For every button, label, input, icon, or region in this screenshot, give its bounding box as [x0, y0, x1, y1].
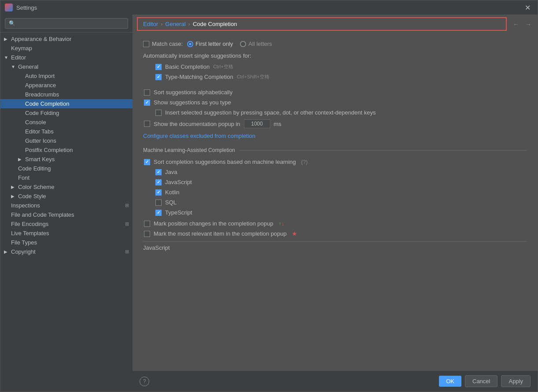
- mark-position-checkbox[interactable]: [144, 221, 150, 227]
- insert-selected-checkbox[interactable]: [155, 110, 162, 116]
- ml-sort-checkbox[interactable]: [144, 159, 150, 165]
- ml-javascript-checkbox[interactable]: [155, 179, 162, 185]
- arrow-icon: ▶: [11, 194, 18, 199]
- sidebar-item-console[interactable]: Console: [0, 118, 133, 127]
- sidebar-item-file-code-templates[interactable]: File and Code Templates: [0, 210, 133, 219]
- sidebar-item-code-editing[interactable]: Code Editing: [0, 164, 133, 173]
- sidebar-item-copyright[interactable]: ▶ Copyright ⊞: [0, 247, 133, 256]
- radio-all-letters[interactable]: [240, 41, 246, 47]
- nav-back-button[interactable]: ←: [511, 20, 521, 29]
- breadcrumb-current: Code Completion: [193, 21, 237, 27]
- radio-first-letter-label[interactable]: First letter only: [187, 41, 233, 47]
- ml-java-checkbox[interactable]: [155, 169, 162, 175]
- radio-first-letter[interactable]: [187, 41, 193, 47]
- search-input[interactable]: [5, 18, 128, 29]
- nav-forward-button[interactable]: →: [523, 20, 533, 29]
- sidebar-item-appearance[interactable]: Appearance: [0, 81, 133, 90]
- ok-button[interactable]: OK: [439, 376, 461, 387]
- sidebar-item-color-scheme[interactable]: ▶ Color Scheme: [0, 182, 133, 192]
- sidebar-item-label: Auto Import: [25, 73, 129, 79]
- sort-alpha-row: Sort suggestions alphabetically: [143, 89, 527, 96]
- bottom-bar: ? OK Cancel Apply: [133, 370, 538, 392]
- type-matching-checkbox[interactable]: [155, 74, 162, 80]
- sidebar-item-code-completion[interactable]: Code Completion: [0, 99, 133, 108]
- sidebar-item-postfix-completion[interactable]: Postfix Completion: [0, 145, 133, 155]
- ml-java-row: Java: [143, 169, 527, 175]
- sidebar-item-label: Appearance & Behavior: [11, 36, 129, 42]
- sidebar-item-editor-tabs[interactable]: Editor Tabs: [0, 127, 133, 136]
- insert-selected-label: Insert selected suggestion by pressing s…: [165, 109, 376, 116]
- sidebar-item-label: Font: [18, 174, 129, 181]
- match-case-checkbox-label[interactable]: Match case:: [143, 41, 183, 47]
- breadcrumb-general: General: [165, 21, 185, 27]
- main-content: ▶ Appearance & Behavior Keymap ▼ Editor …: [0, 15, 538, 392]
- type-matching-shortcut: Ctrl+Shift+空格: [237, 74, 269, 80]
- sidebar-item-code-style[interactable]: ▶ Code Style: [0, 192, 133, 201]
- help-button[interactable]: ?: [140, 377, 149, 386]
- cancel-button[interactable]: Cancel: [465, 375, 497, 387]
- sidebar-item-gutter-icons[interactable]: Gutter Icons: [0, 136, 133, 145]
- match-case-text: Match case:: [152, 41, 183, 47]
- show-doc-popup-label: Show the documentation popup in: [154, 121, 240, 127]
- arrow-icon: ▼: [4, 55, 11, 60]
- sidebar-item-keymap[interactable]: Keymap: [0, 44, 133, 53]
- sidebar-item-smart-keys[interactable]: ▶ Smart Keys: [0, 155, 133, 164]
- apply-button[interactable]: Apply: [501, 375, 531, 387]
- match-case-checkbox[interactable]: [143, 41, 149, 47]
- mark-relevant-checkbox[interactable]: [144, 231, 150, 237]
- sidebar-item-auto-import[interactable]: Auto Import: [0, 71, 133, 81]
- configure-link[interactable]: Configure classes excluded from completi…: [143, 133, 255, 139]
- sidebar-item-file-types[interactable]: File Types: [0, 238, 133, 247]
- ml-kotlin-label: Kotlin: [165, 189, 180, 196]
- ext-icon: ⊞: [125, 203, 129, 208]
- type-matching-label: Type-Matching Completion: [165, 74, 233, 80]
- doc-popup-value-input[interactable]: [244, 119, 270, 128]
- sidebar-item-file-encodings[interactable]: File Encodings ⊞: [0, 219, 133, 229]
- close-button[interactable]: ✕: [522, 3, 533, 13]
- mark-relevant-row: Mark the most relevant item in the compl…: [143, 230, 527, 237]
- ml-typescript-checkbox[interactable]: [155, 210, 162, 216]
- arrow-icon: ▶: [4, 249, 11, 254]
- show-suggestions-label: Show suggestions as you type: [154, 99, 231, 106]
- sidebar-item-inspections[interactable]: Inspections ⊞: [0, 201, 133, 210]
- match-case-row: Match case: First letter only All letter…: [143, 41, 527, 47]
- radio-all-letters-text: All letters: [248, 41, 272, 47]
- sidebar-item-appearance-behavior[interactable]: ▶ Appearance & Behavior: [0, 34, 133, 44]
- sidebar-item-label: Keymap: [11, 45, 129, 52]
- breadcrumb-editor: Editor: [143, 21, 158, 27]
- show-suggestions-row: Show suggestions as you type: [143, 99, 527, 106]
- sidebar-item-font[interactable]: Font: [0, 173, 133, 182]
- type-matching-row: Type-Matching Completion Ctrl+Shift+空格: [143, 74, 527, 80]
- mark-relevant-label: Mark the most relevant item in the compl…: [154, 230, 287, 237]
- sidebar-item-label: Color Scheme: [18, 184, 129, 190]
- configure-link-row: Configure classes excluded from completi…: [143, 133, 527, 139]
- show-doc-popup-row: Show the documentation popup in ms: [143, 119, 527, 128]
- ml-sort-label: Sort completion suggestions based on mac…: [154, 159, 296, 165]
- radio-all-letters-label[interactable]: All letters: [240, 41, 272, 47]
- sidebar-item-label: Editor Tabs: [25, 128, 129, 135]
- ml-sql-checkbox[interactable]: [155, 200, 162, 206]
- basic-completion-checkbox[interactable]: [155, 64, 162, 70]
- sidebar-item-label: File Types: [11, 239, 129, 246]
- sidebar-item-general[interactable]: ▼ General: [0, 62, 133, 71]
- sidebar-item-breadcrumbs[interactable]: Breadcrumbs: [0, 90, 133, 99]
- show-doc-popup-checkbox[interactable]: [144, 121, 150, 127]
- basic-completion-row: Basic Completion Ctrl+空格: [143, 63, 527, 70]
- title-bar: Settings ✕: [0, 0, 538, 15]
- ext-icon: ⊞: [125, 221, 129, 227]
- ml-kotlin-checkbox[interactable]: [155, 189, 162, 196]
- ml-javascript-label: JavaScript: [165, 179, 192, 185]
- settings-content: Match case: First letter only All letter…: [133, 33, 538, 370]
- sidebar-item-label: Console: [25, 119, 129, 126]
- sort-alpha-checkbox[interactable]: [144, 89, 150, 96]
- sidebar-item-live-templates[interactable]: Live Templates: [0, 229, 133, 238]
- sidebar-item-editor[interactable]: ▼ Editor: [0, 53, 133, 62]
- sidebar-item-code-folding[interactable]: Code Folding: [0, 108, 133, 118]
- show-suggestions-checkbox[interactable]: [144, 100, 150, 106]
- sort-alpha-label: Sort suggestions alphabetically: [154, 89, 232, 96]
- sidebar-item-label: Appearance: [25, 82, 129, 89]
- auto-insert-title: Automatically insert single suggestions …: [143, 52, 527, 59]
- sidebar-tree: ▶ Appearance & Behavior Keymap ▼ Editor …: [0, 33, 133, 392]
- ml-sql-row: SQL: [143, 199, 527, 206]
- sidebar-item-label: Inspections: [11, 202, 40, 209]
